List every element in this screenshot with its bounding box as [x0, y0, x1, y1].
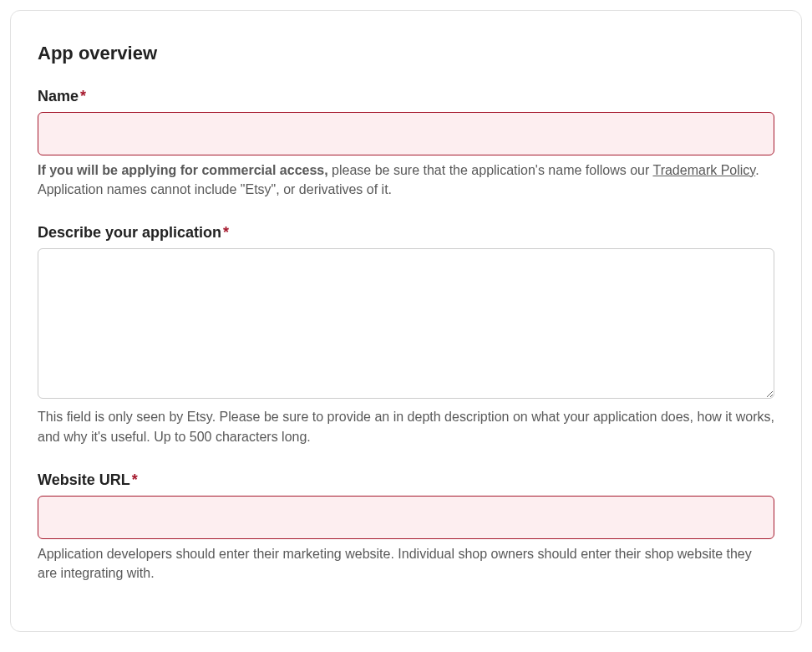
required-asterisk-icon: * — [80, 88, 86, 104]
description-label: Describe your application* — [38, 224, 774, 242]
website-label: Website URL* — [38, 471, 774, 489]
name-field: Name* If you will be applying for commer… — [38, 88, 774, 199]
description-label-text: Describe your application — [38, 224, 221, 241]
section-title: App overview — [38, 43, 774, 64]
name-helper-bold: If you will be applying for commercial a… — [38, 163, 328, 177]
app-overview-card: App overview Name* If you will be applyi… — [10, 10, 802, 632]
required-asterisk-icon: * — [223, 224, 229, 241]
name-input[interactable] — [38, 112, 774, 155]
website-helper-text: Application developers should enter thei… — [38, 544, 774, 583]
description-field: Describe your application* This field is… — [38, 224, 774, 446]
description-helper-text: This field is only seen by Etsy. Please … — [38, 407, 774, 446]
name-label: Name* — [38, 88, 774, 105]
name-label-text: Name — [38, 88, 79, 104]
required-asterisk-icon: * — [132, 471, 138, 488]
name-helper-text: If you will be applying for commercial a… — [38, 160, 774, 199]
description-textarea[interactable] — [38, 248, 774, 399]
name-helper-part1: please be sure that the application's na… — [328, 163, 653, 177]
trademark-policy-link[interactable]: Trademark Policy — [652, 163, 755, 177]
website-label-text: Website URL — [38, 471, 130, 488]
website-field: Website URL* Application developers shou… — [38, 471, 774, 583]
website-input[interactable] — [38, 496, 774, 539]
